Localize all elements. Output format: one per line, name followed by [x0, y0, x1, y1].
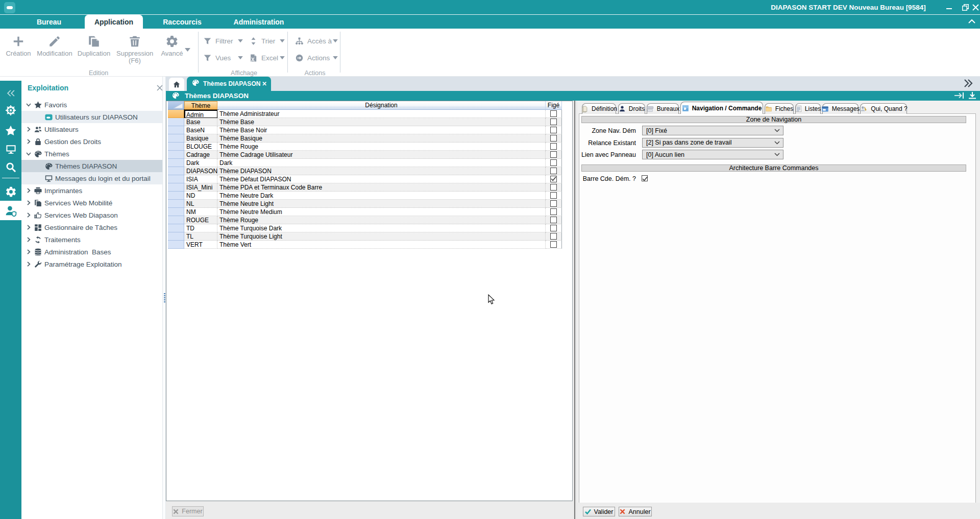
cell-fige[interactable]: [546, 241, 562, 249]
ribbon-button-duplication[interactable]: Duplication: [76, 33, 112, 64]
fige-checkbox[interactable]: [550, 168, 557, 174]
tree-item-administration-bases[interactable]: Administration Bases: [21, 246, 162, 258]
cell-designation[interactable]: Thème Défaut DIAPASON: [217, 175, 546, 183]
cell-theme[interactable]: ND: [184, 192, 217, 200]
cell-fige[interactable]: [546, 200, 562, 208]
fige-checkbox[interactable]: [550, 159, 557, 166]
row-selector[interactable]: [168, 167, 184, 175]
cell-designation[interactable]: Thème Neutre Dark: [217, 192, 546, 200]
arrow-to-bar-icon[interactable]: [954, 92, 965, 101]
menu-tab-application[interactable]: Application: [85, 15, 143, 29]
cell-designation[interactable]: Thème Neutre Light: [217, 200, 546, 208]
cell-designation[interactable]: Dark: [217, 159, 546, 167]
tree-item-messages-du-login-et-du-portail[interactable]: Messages du login et du portail: [21, 172, 162, 184]
cell-fige[interactable]: [546, 175, 562, 183]
fermer-button[interactable]: Fermer: [172, 506, 204, 516]
chevron-right-icon[interactable]: [26, 262, 32, 267]
cell-theme[interactable]: Cadrage: [184, 151, 217, 159]
fige-checkbox[interactable]: [550, 151, 557, 158]
cell-theme[interactable]: NM: [184, 208, 217, 216]
chevron-right-icon[interactable]: [26, 139, 32, 144]
tree-item-services-web-diapason[interactable]: Services Web Diapason: [21, 209, 162, 221]
tree-item-th-mes-diapason[interactable]: Thèmes DIAPASON: [21, 160, 162, 172]
cell-theme[interactable]: Basique: [184, 134, 217, 143]
inspector-tab-d-finition[interactable]: Définition: [582, 103, 616, 114]
download-icon[interactable]: [968, 92, 976, 101]
cell-fige[interactable]: [546, 183, 562, 192]
tree-item-imprimantes[interactable]: Imprimantes: [21, 184, 162, 197]
row-selector[interactable]: [168, 241, 184, 249]
ribbon-button-modification[interactable]: Modification: [36, 33, 73, 64]
fige-checkbox[interactable]: [550, 208, 557, 215]
tree-item-utilisateurs-sur-diapason[interactable]: Utilisateurs sur DIAPASON: [21, 111, 162, 123]
cell-designation[interactable]: Thème Basique: [217, 134, 546, 143]
ribbon-button-excel[interactable]: Excel: [249, 52, 285, 64]
menu-tab-bureau[interactable]: Bureau: [26, 15, 72, 29]
chevron-down-icon[interactable]: [26, 103, 32, 107]
rail-monitor-icon[interactable]: [0, 139, 21, 159]
cell-designation[interactable]: Thème PDA et Terminaux Code Barre: [217, 183, 546, 192]
menu-tab-administration[interactable]: Administration: [225, 15, 293, 29]
cell-fige[interactable]: [546, 159, 562, 167]
cell-designation[interactable]: Thème Neutre Medium: [217, 208, 546, 216]
tree-item-gestionnaire-de-t-ches[interactable]: Gestionnaire de Tâches: [21, 221, 162, 233]
cell-fige[interactable]: [546, 134, 562, 143]
close-window-button[interactable]: [968, 0, 980, 14]
ribbon-button-suppression[interactable]: Suppression(F6): [116, 33, 153, 64]
row-selector[interactable]: [168, 192, 184, 200]
cell-designation[interactable]: Thème Base Noir: [217, 126, 546, 134]
chevron-down-icon[interactable]: [26, 152, 32, 156]
fige-checkbox[interactable]: [550, 127, 557, 133]
cell-theme[interactable]: ISIA_Mini: [184, 183, 217, 192]
cell-fige[interactable]: [546, 143, 562, 151]
row-selector[interactable]: [168, 134, 184, 143]
fige-checkbox[interactable]: [550, 184, 557, 191]
rail-user-shield-icon[interactable]: [0, 201, 21, 220]
cell-theme[interactable]: BaseN: [184, 126, 217, 134]
chevron-right-icon[interactable]: [26, 213, 32, 218]
avance-dropdown-icon[interactable]: [185, 45, 190, 54]
fige-checkbox[interactable]: [550, 233, 557, 240]
cell-theme[interactable]: TL: [184, 232, 217, 241]
row-selector[interactable]: [168, 232, 184, 241]
fige-checkbox[interactable]: [550, 119, 557, 125]
annuler-button[interactable]: Annuler: [619, 507, 652, 516]
cell-theme[interactable]: BLOUGE: [184, 143, 217, 151]
tree-item-param-trage-exploitation[interactable]: Paramétrage Exploitation: [21, 258, 162, 270]
row-selector[interactable]: [168, 183, 184, 192]
inspector-tab-fiches[interactable]: Fiches: [765, 103, 794, 114]
main-splitter[interactable]: [573, 101, 577, 519]
row-selector[interactable]: [168, 110, 184, 118]
valider-button[interactable]: Valider: [583, 507, 615, 516]
cell-theme[interactable]: ISIA: [184, 175, 217, 183]
cell-fige[interactable]: [546, 167, 562, 175]
home-tab[interactable]: [169, 78, 184, 91]
cell-designation[interactable]: Thème Administrateur: [217, 110, 546, 118]
row-selector[interactable]: [168, 200, 184, 208]
fige-checkbox[interactable]: [550, 241, 557, 248]
minimize-button[interactable]: [942, 0, 957, 14]
fige-checkbox[interactable]: [550, 225, 557, 231]
chevron-right-icon[interactable]: [26, 225, 32, 230]
select-all-header[interactable]: [168, 101, 184, 110]
close-tab-icon[interactable]: ✕: [262, 80, 267, 87]
chevron-right-icon[interactable]: [26, 200, 32, 205]
cell-designation[interactable]: Thème Base: [217, 118, 546, 126]
cell-theme[interactable]: Dark: [184, 159, 217, 167]
cell-theme[interactable]: NL: [184, 200, 217, 208]
rail-helm-icon[interactable]: [0, 100, 21, 121]
rail-gear-icon[interactable]: [0, 181, 21, 202]
row-selector[interactable]: [168, 126, 184, 134]
chevron-right-icon[interactable]: [26, 127, 32, 132]
menu-tab-raccourcis[interactable]: Raccourcis: [153, 15, 211, 29]
inspector-tab-bureaux[interactable]: Bureaux: [647, 103, 679, 114]
rail-star-icon[interactable]: [0, 121, 21, 141]
row-selector[interactable]: [168, 151, 184, 159]
tree-item-services-web-mobilit[interactable]: Services Web Mobilité: [21, 197, 162, 209]
chevron-right-icon[interactable]: [26, 188, 32, 193]
document-tab-themes-diapason[interactable]: Thèmes DIAPASON ✕: [187, 77, 271, 91]
cell-fige[interactable]: [546, 126, 562, 134]
cell-fige[interactable]: [546, 216, 562, 224]
row-selector[interactable]: [168, 216, 184, 224]
tree-item-favoris[interactable]: Favoris: [21, 99, 162, 111]
